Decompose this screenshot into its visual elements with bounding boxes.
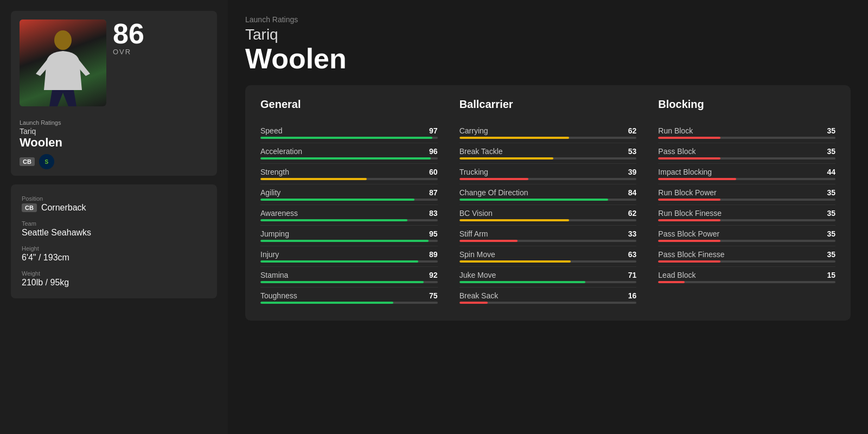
rating-bar: [459, 219, 570, 221]
rating-name: Run Block Power: [658, 188, 716, 197]
rating-value: 92: [429, 271, 438, 279]
rating-value: 35: [827, 250, 835, 259]
rating-bar: [658, 240, 720, 242]
rating-name: Toughness: [260, 291, 297, 300]
rating-value: 35: [827, 209, 835, 218]
main-lastname: Woolen: [245, 43, 851, 74]
general-column: General Speed 97 Acceleration 96: [260, 98, 438, 308]
rating-bar: [260, 302, 393, 304]
rating-name: Run Block Finesse: [658, 209, 722, 218]
rating-bar: [459, 302, 488, 304]
card-lastname: Woolen: [20, 136, 208, 150]
rating-value: 89: [429, 250, 438, 259]
rating-name: Stamina: [260, 271, 288, 279]
rating-value: 84: [628, 188, 637, 197]
list-item: Juke Move 71: [459, 267, 637, 288]
list-item: Speed 97: [260, 123, 438, 143]
rating-bar: [658, 219, 720, 221]
rating-value: 83: [429, 209, 438, 218]
rating-bar-container: [658, 281, 835, 283]
height-label: Height: [22, 245, 206, 252]
rating-name: Stiff Arm: [459, 229, 488, 238]
rating-value: 39: [628, 168, 637, 176]
rating-bar-container: [459, 302, 637, 304]
ovr-number: 86: [113, 20, 144, 48]
rating-bar-container: [459, 137, 637, 139]
rating-bar: [459, 178, 528, 180]
team-logo: S: [39, 154, 54, 169]
rating-value: 15: [827, 271, 835, 279]
list-item: Run Block Power 35: [658, 184, 835, 205]
rating-bar-container: [260, 157, 438, 159]
rating-name: Break Sack: [459, 291, 499, 300]
rating-value: 16: [628, 291, 637, 300]
rating-bar: [658, 199, 720, 201]
rating-value: 35: [827, 188, 835, 197]
rating-name: Trucking: [459, 168, 488, 176]
list-item: Strength 60: [260, 164, 438, 184]
ratings-grid: General Speed 97 Acceleration 96: [245, 85, 851, 321]
rating-name: Speed: [260, 126, 282, 135]
rating-bar-container: [260, 260, 438, 263]
rating-bar: [260, 219, 407, 221]
rating-bar-container: [260, 178, 438, 180]
rating-bar-container: [260, 219, 438, 221]
list-item: Agility 87: [260, 184, 438, 205]
player-photo: [20, 20, 106, 106]
rating-bar-container: [260, 281, 438, 283]
stat-weight: Weight 210lb / 95kg: [22, 270, 206, 288]
rating-bar: [658, 260, 720, 263]
list-item: BC Vision 62: [459, 205, 637, 226]
list-item: Pass Block 35: [658, 143, 835, 164]
rating-bar-container: [658, 157, 835, 159]
card-launch-label: Launch Ratings: [20, 119, 208, 126]
rating-bar: [459, 199, 608, 201]
rating-bar-container: [459, 199, 637, 201]
list-item: Impact Blocking 44: [658, 164, 835, 184]
rating-value: 60: [429, 168, 438, 176]
list-item: Run Block 35: [658, 123, 835, 143]
rating-value: 75: [429, 291, 438, 300]
rating-bar-container: [658, 137, 835, 139]
rating-bar: [459, 157, 553, 159]
rating-name: Acceleration: [260, 147, 302, 156]
rating-name: BC Vision: [459, 209, 493, 218]
rating-bar: [459, 260, 571, 263]
position-badge: CB: [20, 157, 35, 166]
list-item: Injury 89: [260, 246, 438, 267]
rating-name: Awareness: [260, 209, 298, 218]
rating-bar: [658, 178, 736, 180]
blocking-column: Blocking Run Block 35 Pass Block 35: [658, 98, 835, 308]
rating-bar: [459, 281, 585, 283]
rating-value: 35: [827, 126, 835, 135]
rating-name: Pass Block Power: [658, 229, 719, 238]
rating-value: 33: [628, 229, 637, 238]
rating-bar-container: [459, 157, 637, 159]
rating-bar-container: [658, 178, 835, 180]
rating-name: Agility: [260, 188, 280, 197]
ballcarrier-column: Ballcarrier Carrying 62 Break Tackle 53: [459, 98, 637, 308]
team-value: Seattle Seahawks: [22, 228, 206, 238]
rating-bar: [658, 281, 685, 283]
rating-value: 96: [429, 147, 438, 156]
rating-value: 62: [628, 209, 637, 218]
list-item: Break Tackle 53: [459, 143, 637, 164]
general-header: General: [260, 98, 438, 115]
list-item: Acceleration 96: [260, 143, 438, 164]
rating-name: Jumping: [260, 229, 289, 238]
ovr-label: OVR: [113, 48, 131, 56]
rating-bar: [260, 260, 418, 263]
rating-value: 35: [827, 229, 835, 238]
rating-bar-container: [459, 219, 637, 221]
rating-value: 53: [628, 147, 637, 156]
weight-label: Weight: [22, 270, 206, 277]
rating-bar-container: [459, 240, 637, 242]
svg-point-0: [54, 30, 72, 50]
rating-value: 87: [429, 188, 438, 197]
stat-team: Team Seattle Seahawks: [22, 220, 206, 238]
rating-name: Lead Block: [658, 271, 695, 279]
rating-bar: [459, 137, 570, 139]
rating-bar-container: [658, 240, 835, 242]
blocking-header: Blocking: [658, 98, 835, 115]
rating-name: Pass Block: [658, 147, 695, 156]
